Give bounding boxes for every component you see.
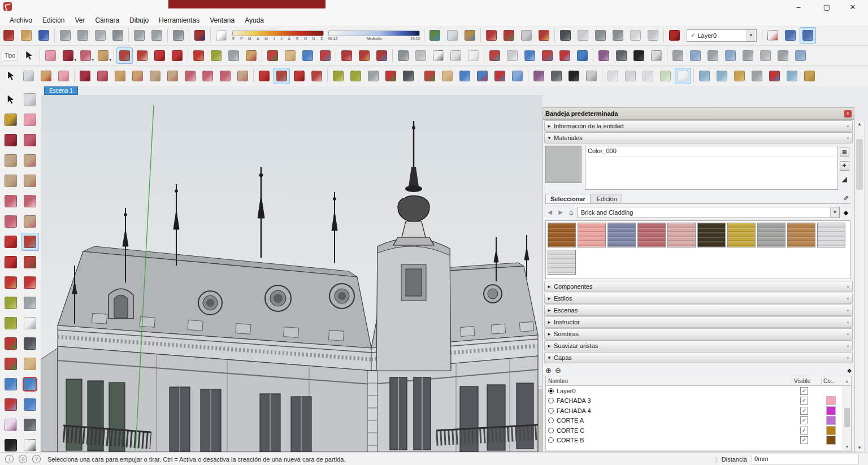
box-tool-3-icon[interactable] [705,47,721,64]
credits-icon[interactable]: © [19,455,27,463]
stack-1-icon[interactable] [605,68,621,84]
copy-icon[interactable] [75,27,91,44]
move-icon[interactable] [256,68,272,84]
polygon-icon[interactable] [164,68,181,84]
match-photo-icon[interactable] [539,47,555,64]
eyedropper-icon[interactable]: ✎ [841,195,849,201]
undo-icon[interactable] [131,27,147,44]
back-arrow-icon[interactable]: ◀ [545,208,554,217]
print-icon[interactable] [170,27,186,44]
menu-archivo[interactable]: Archivo [5,16,37,24]
walk-icon[interactable] [631,47,647,64]
position-camera-icon[interactable] [531,68,547,84]
menu-herramientas[interactable]: Herramientas [154,16,205,24]
component-attr-icon[interactable] [374,47,390,64]
material-name-field[interactable]: Color_000 [588,147,835,157]
three-point-arc-icon[interactable] [2,212,20,231]
freehand-icon[interactable] [21,131,39,149]
display-pane-icon[interactable]: ▦ [840,147,849,157]
walk-icon[interactable] [566,68,582,84]
radio-icon[interactable] [548,428,554,433]
box-tool-7-icon[interactable] [775,47,791,64]
scrollbar-thumb[interactable] [844,408,850,427]
lasso-icon[interactable] [20,68,37,84]
material-swatch-brick-dark[interactable] [697,223,726,247]
menu-ver[interactable]: Ver [70,16,90,24]
scroll-down-icon[interactable]: ▼ [845,445,849,450]
close-button[interactable]: ✕ [840,0,866,15]
protractor-icon[interactable] [2,314,20,332]
axes-icon[interactable] [2,334,20,353]
home-icon[interactable] [430,47,446,64]
line-icon[interactable] [2,131,20,149]
visible-checkbox[interactable]: ✓ [800,436,808,444]
distance-input[interactable]: 0mm [752,454,859,464]
layer-box-7-icon[interactable] [801,68,818,84]
box-tool-6-icon[interactable] [757,47,774,64]
layer-color-swatch[interactable] [826,426,836,435]
two-point-arc-icon[interactable] [199,68,216,84]
rotate-icon[interactable] [2,253,20,271]
rotated-rectangle-icon[interactable] [21,151,39,170]
model-sphere-icon[interactable] [782,27,798,44]
scroll-down-icon[interactable]: ▼ [857,445,862,451]
position-camera-icon[interactable] [2,416,20,434]
zoom-extents-icon[interactable] [2,396,20,414]
section-options-icon[interactable]: ▪ [846,308,850,313]
visible-checkbox[interactable]: ✓ [800,427,808,434]
rotate-icon[interactable] [291,68,307,84]
save-file-icon[interactable] [36,27,52,44]
details-arrow-icon[interactable]: ◆ [841,209,850,216]
tray-scrollbar[interactable]: ▲ ▼ [854,120,865,452]
create-material-icon[interactable]: ✚ [840,161,849,171]
follow-me-icon[interactable] [309,68,325,84]
layer-color-swatch[interactable] [826,396,836,405]
line-icon[interactable] [77,68,93,84]
model-box-icon[interactable] [413,47,429,64]
material-swatch-stone-gray-brick[interactable] [757,223,785,247]
layer-row-corte-a[interactable]: CORTE A✓ [546,416,851,426]
minimize-button[interactable]: – [785,0,811,15]
menu-ayuda[interactable]: Ayuda [240,16,269,24]
section-capas[interactable]: ▼ Capas ▪ [544,352,853,363]
column-color[interactable]: Co... [821,378,843,384]
tape-measure-icon[interactable] [330,68,346,84]
component-option-icon[interactable] [356,47,372,64]
select-icon[interactable] [3,68,19,84]
layer-color-swatch[interactable] [826,406,836,415]
zoom-extents-icon[interactable] [317,47,333,64]
radio-icon[interactable] [548,418,554,423]
scale-icon[interactable] [190,47,207,64]
layer-box-5-icon[interactable] [766,68,783,84]
section-options-icon[interactable]: ▪ [846,136,850,141]
menu-edicion[interactable]: Edición [37,16,70,24]
home-icon[interactable]: ⌂ [567,208,576,217]
orbit-icon[interactable] [2,355,20,373]
component-attributes-icon[interactable] [518,27,535,44]
freehand-icon[interactable] [94,68,111,84]
sample-paint-icon[interactable]: ◢ [840,175,849,184]
radio-icon[interactable] [548,398,554,403]
dimension-icon[interactable] [21,294,39,312]
tray-header[interactable]: Bandeja predeterminada × [543,108,854,120]
push-pull-icon[interactable] [116,47,133,64]
origin-axes-icon[interactable] [765,27,781,44]
rectangle-icon[interactable] [2,151,20,170]
report-generator-icon[interactable] [575,27,591,44]
chevron-down-icon[interactable]: ▼ [747,30,755,41]
paint-bucket-icon[interactable] [243,47,259,64]
stack-2-icon[interactable] [622,68,639,84]
eraser-icon[interactable] [42,47,59,64]
circle-icon[interactable] [2,172,20,190]
help-icon[interactable]: ? [32,455,41,463]
column-nombre[interactable]: Nombre [546,378,792,384]
push-pull-icon[interactable] [274,68,290,84]
select-icon[interactable] [2,90,20,108]
model-info-icon[interactable] [192,27,208,44]
styles-icon[interactable] [487,47,503,64]
look-around-icon[interactable] [21,416,39,434]
material-swatch-brick-red-smooth[interactable] [637,223,666,247]
shadow-date-slider[interactable]: EFMAMJJASOND [232,31,324,41]
layer-box-1-icon[interactable] [696,68,713,84]
circle-icon[interactable] [147,68,163,84]
